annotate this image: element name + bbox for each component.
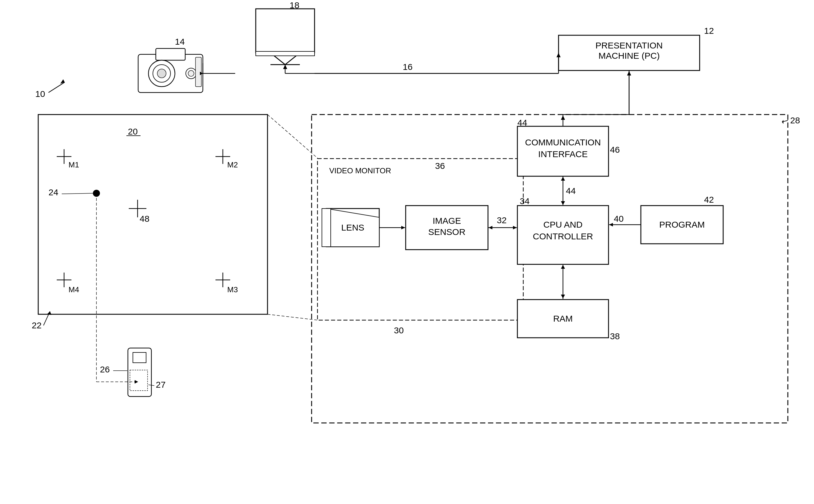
svg-rect-8 — [156, 48, 185, 60]
ref-26: 26 — [100, 364, 110, 374]
m4-label: M4 — [68, 285, 79, 294]
image-sensor-label2: SENSOR — [428, 227, 466, 237]
ref-36: 36 — [435, 161, 445, 171]
ref-14: 14 — [175, 37, 184, 46]
ref-48: 48 — [140, 214, 149, 224]
ref-44b: 44 — [517, 118, 527, 127]
svg-point-11 — [157, 69, 166, 78]
ram-label: RAM — [553, 314, 573, 323]
m1-label: M1 — [68, 160, 79, 169]
ref-38: 38 — [610, 331, 620, 341]
lens-label: LENS — [341, 223, 364, 232]
svg-rect-6 — [256, 51, 315, 56]
pc-box-label: PRESENTATION — [595, 41, 663, 50]
ref-28: 28 — [790, 115, 800, 125]
ref-22: 22 — [32, 320, 41, 330]
ref-20: 20 — [128, 127, 137, 136]
ref-12: 12 — [704, 26, 714, 36]
ref-44c: 44 — [566, 186, 575, 196]
svg-rect-34 — [322, 209, 331, 247]
image-sensor-label1: IMAGE — [433, 216, 461, 226]
ref-42: 42 — [704, 195, 714, 204]
ref-16: 16 — [403, 62, 412, 72]
ref-34: 34 — [520, 196, 529, 206]
svg-rect-74 — [130, 370, 147, 391]
comm-label1: COMMUNICATION — [525, 137, 601, 147]
ref-40: 40 — [614, 214, 624, 224]
ref-32: 32 — [497, 215, 506, 225]
video-monitor-label: VIDEO MONITOR — [329, 166, 391, 175]
svg-rect-14 — [195, 57, 201, 87]
program-label: PROGRAM — [659, 220, 705, 229]
diagram-container: PRESENTATION MACHINE (PC) 12 18 14 10 44 — [0, 0, 814, 504]
ref-24: 24 — [48, 187, 58, 197]
svg-rect-56 — [38, 115, 268, 314]
svg-point-13 — [188, 70, 194, 76]
ref-46: 46 — [610, 145, 620, 154]
svg-rect-73 — [133, 352, 146, 363]
pc-box-label2: MACHINE (PC) — [598, 51, 660, 61]
ref-10: 10 — [35, 89, 45, 99]
ref-18: 18 — [290, 0, 299, 10]
m2-label: M2 — [227, 160, 238, 169]
cpu-label2: CONTROLLER — [533, 231, 593, 241]
ref-27: 27 — [156, 380, 165, 389]
m3-label: M3 — [227, 285, 238, 294]
comm-label2: INTERFACE — [538, 149, 587, 159]
ref-30: 30 — [394, 325, 404, 335]
cpu-label1: CPU AND — [543, 220, 582, 229]
svg-rect-2 — [256, 9, 315, 53]
